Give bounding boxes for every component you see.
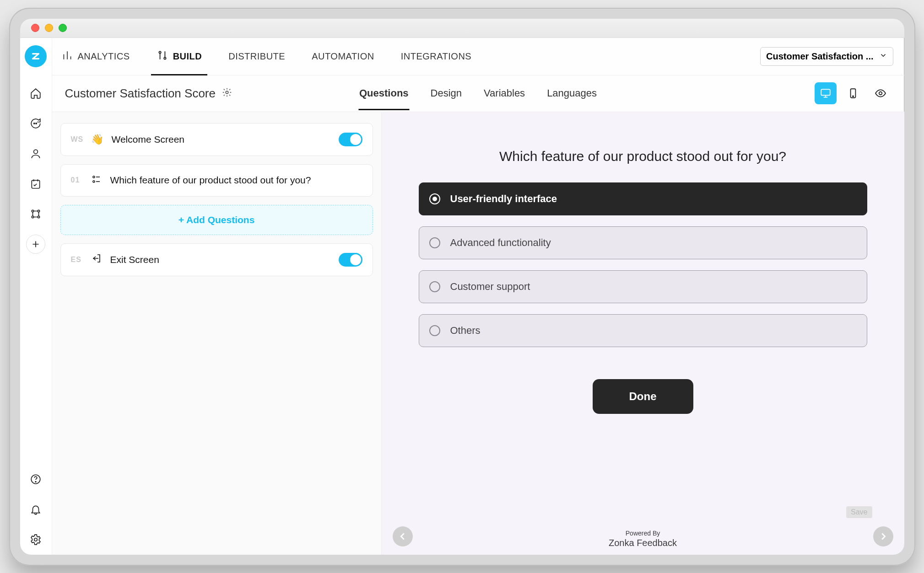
subtab-languages[interactable]: Languages — [546, 76, 598, 110]
top-nav: ANALYTICS BUILD DISTRIBUTE AUTOMATION — [52, 38, 904, 75]
svg-point-9 — [35, 481, 36, 482]
analytics-icon — [61, 49, 73, 64]
survey-title: Customer Satisfaction Score — [65, 86, 232, 101]
nav-notifications-icon[interactable] — [26, 500, 45, 519]
nav-feedback-icon[interactable] — [26, 114, 45, 133]
add-question-button[interactable]: + Add Questions — [60, 205, 373, 235]
window-zoom-dot[interactable] — [59, 24, 67, 32]
build-icon — [157, 49, 168, 64]
view-desktop-icon[interactable] — [815, 82, 837, 104]
multiple-choice-icon — [91, 174, 102, 187]
svg-point-10 — [34, 538, 38, 541]
survey-selector[interactable]: Customer Satisfaction ... — [760, 47, 893, 66]
nav-tasks-icon[interactable] — [26, 174, 45, 193]
window-titlebar — [20, 19, 904, 38]
card-label: Exit Screen — [110, 254, 330, 265]
svg-point-12 — [164, 57, 166, 59]
tab-label: ANALYTICS — [78, 51, 130, 62]
svg-point-11 — [159, 51, 161, 53]
survey-selector-label: Customer Satisfaction ... — [766, 51, 874, 62]
nav-add-icon[interactable] — [26, 235, 45, 254]
option-label: Others — [450, 325, 481, 337]
preview-next-button[interactable] — [873, 526, 893, 546]
option-4[interactable]: Others — [419, 314, 867, 347]
tab-distribute[interactable]: DISTRIBUTE — [223, 39, 291, 74]
nav-workflows-icon[interactable] — [26, 204, 45, 224]
radio-icon — [429, 325, 440, 336]
option-label: Advanced functionality — [450, 237, 551, 249]
option-label: Customer support — [450, 281, 530, 293]
survey-settings-icon[interactable] — [222, 86, 232, 101]
save-chip[interactable]: Save — [846, 506, 872, 518]
nav-settings-icon[interactable] — [26, 530, 45, 549]
view-controls — [815, 82, 892, 104]
powered-brand: Zonka Feedback — [609, 537, 677, 548]
radio-icon — [429, 237, 440, 248]
subtab-variables[interactable]: Variables — [483, 76, 526, 110]
preview-panel: Which feature of our product stood out f… — [382, 112, 904, 555]
tab-build[interactable]: BUILD — [151, 37, 208, 75]
option-1[interactable]: User-friendly interface — [419, 182, 867, 215]
question-card[interactable]: 01 Which feature of our product stood ou… — [60, 164, 373, 197]
svg-point-1 — [36, 123, 37, 123]
powered-label: Powered By — [609, 530, 677, 537]
option-2[interactable]: Advanced functionality — [419, 226, 867, 259]
svg-rect-14 — [821, 89, 830, 95]
svg-point-16 — [852, 96, 853, 96]
option-3[interactable]: Customer support — [419, 270, 867, 303]
window-close-dot[interactable] — [31, 24, 39, 32]
card-index: 01 — [71, 176, 83, 184]
exit-screen-card[interactable]: ES Exit Screen — [60, 243, 373, 276]
powered-by: Powered By Zonka Feedback — [609, 530, 677, 548]
radio-icon — [429, 281, 440, 292]
view-preview-icon[interactable] — [870, 82, 892, 104]
nav-help-icon[interactable] — [26, 470, 45, 489]
preview-prev-button[interactable] — [393, 526, 413, 546]
tab-automation[interactable]: AUTOMATION — [306, 39, 379, 74]
builder-subtabs: Questions Design Variables Languages — [358, 76, 598, 110]
left-rail — [20, 38, 52, 555]
svg-point-6 — [32, 216, 33, 218]
option-label: User-friendly interface — [450, 193, 557, 205]
tab-analytics[interactable]: ANALYTICS — [56, 37, 135, 75]
exit-toggle[interactable] — [339, 253, 362, 267]
chevron-down-icon — [879, 51, 887, 62]
wave-icon: 👋 — [91, 134, 103, 145]
builder-header: Customer Satisfaction Score Questions De… — [52, 75, 904, 112]
preview-question: Which feature of our product stood out f… — [499, 149, 786, 164]
subtab-questions[interactable]: Questions — [358, 76, 410, 110]
welcome-screen-card[interactable]: WS 👋 Welcome Screen — [60, 123, 373, 156]
window-minimize-dot[interactable] — [45, 24, 53, 32]
done-button[interactable]: Done — [593, 379, 693, 414]
card-index: WS — [71, 135, 83, 144]
svg-point-19 — [93, 181, 95, 182]
preview-options: User-friendly interface Advanced functio… — [419, 182, 867, 347]
svg-point-2 — [34, 150, 38, 154]
svg-point-13 — [226, 91, 228, 94]
tab-label: AUTOMATION — [312, 51, 374, 62]
tab-label: BUILD — [173, 51, 202, 62]
exit-icon — [91, 253, 102, 266]
tab-label: DISTRIBUTE — [228, 51, 285, 62]
svg-point-5 — [38, 210, 39, 212]
survey-title-text: Customer Satisfaction Score — [65, 86, 216, 101]
tab-integrations[interactable]: INTEGRATIONS — [395, 39, 477, 74]
question-list-panel: WS 👋 Welcome Screen 01 Which feature of … — [52, 112, 382, 555]
brand-logo[interactable] — [25, 45, 47, 67]
svg-point-7 — [38, 216, 39, 218]
radio-icon — [429, 193, 440, 204]
add-question-label: + Add Questions — [178, 214, 255, 225]
nav-home-icon[interactable] — [26, 84, 45, 103]
svg-point-4 — [32, 210, 33, 212]
view-mobile-icon[interactable] — [842, 82, 864, 104]
card-label: Welcome Screen — [112, 134, 330, 145]
subtab-design[interactable]: Design — [430, 76, 463, 110]
tab-label: INTEGRATIONS — [401, 51, 472, 62]
card-label: Which feature of our product stood out f… — [110, 175, 362, 186]
nav-contacts-icon[interactable] — [26, 144, 45, 163]
svg-point-0 — [34, 123, 35, 123]
svg-point-17 — [879, 92, 882, 95]
svg-point-18 — [93, 176, 95, 178]
card-index: ES — [71, 256, 83, 264]
welcome-toggle[interactable] — [339, 133, 362, 146]
